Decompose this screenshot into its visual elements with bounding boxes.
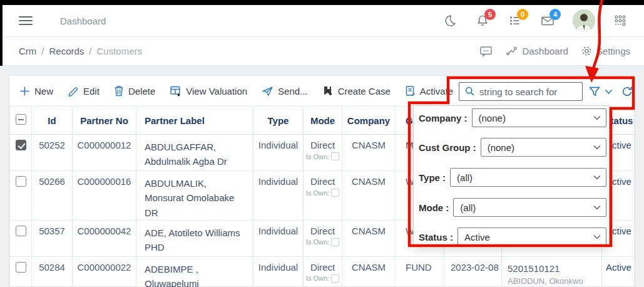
row-checkbox[interactable] — [16, 176, 26, 187]
settings-link-label: Settings — [596, 46, 630, 56]
dashboard-link[interactable]: Dashboard — [506, 46, 568, 57]
edit-button-label: Edit — [83, 86, 100, 97]
feedback-chat-icon[interactable] — [479, 45, 493, 58]
apps-grid-icon[interactable] — [613, 13, 628, 28]
search-icon — [464, 86, 476, 97]
cell-partner-label: ADE, Atotileto Williams PHD — [136, 220, 253, 256]
row-checkbox[interactable] — [16, 226, 26, 236]
filter-chevron-down-icon[interactable] — [605, 89, 613, 95]
col-header-company[interactable]: Company — [342, 107, 396, 135]
dark-mode-moon-icon[interactable] — [442, 13, 457, 28]
row-checkbox[interactable] — [16, 262, 26, 273]
edit-button[interactable]: Edit — [68, 85, 100, 97]
col-header-id[interactable]: Id — [32, 107, 73, 135]
cell-type: Individual — [253, 135, 304, 171]
filter-funnel-icon[interactable] — [588, 85, 601, 98]
breadcrumb-bar: Crm / Records / Customers Dashboard Sett… — [3, 37, 644, 66]
filter-row-company: Company : (none) — [419, 108, 606, 127]
send-button[interactable]: Send... — [262, 86, 308, 97]
cell-company: CNASM — [342, 256, 396, 287]
filter-row-type: Type : (all) — [419, 168, 606, 187]
is-own-checkbox[interactable] — [331, 274, 339, 283]
plus-icon — [19, 86, 30, 97]
mail-badge: 4 — [549, 9, 561, 20]
cell-id: 50357 — [32, 220, 73, 256]
breadcrumb-records[interactable]: Records — [49, 46, 84, 56]
page-title: Dashboard — [60, 16, 106, 26]
create-case-button[interactable]: Create Case — [322, 85, 391, 97]
breadcrumb-separator: / — [89, 46, 91, 56]
cust-group-filter-label: Cust Group : — [419, 142, 476, 153]
cell-account: 5201510121 ABIODUN, Okonkwo Abimbola — [502, 256, 602, 287]
filter-row-mode: Mode : (all) — [419, 198, 606, 217]
cell-type: Individual — [253, 220, 304, 256]
activate-button-label: Activate — [420, 86, 453, 97]
mode-filter-select[interactable]: (all) — [453, 198, 606, 217]
col-header-type[interactable]: Type — [253, 107, 304, 135]
user-avatar[interactable] — [573, 9, 595, 32]
send-icon — [262, 86, 273, 97]
status-filter-select[interactable]: Active — [457, 227, 606, 246]
col-header-partner-label[interactable]: Partner Label — [136, 107, 253, 135]
filter-dropdown-panel: Company : (none) Cust Group : (none) Typ… — [413, 105, 610, 246]
cell-date: 2023-02-08 — [444, 256, 502, 287]
pencil-icon — [68, 85, 79, 97]
is-own-label: Is Own: — [306, 274, 329, 282]
company-filter-select[interactable]: (none) — [472, 108, 606, 127]
select-all-header — [10, 107, 32, 135]
cell-id: 50284 — [32, 256, 73, 287]
bell-badge: 5 — [484, 9, 496, 20]
type-filter-select[interactable]: (all) — [450, 168, 606, 187]
col-header-partner-no[interactable]: Partner No — [73, 107, 136, 135]
breadcrumb-separator: / — [41, 46, 44, 56]
mode-filter-label: Mode : — [419, 202, 449, 213]
table-icon — [170, 85, 181, 97]
row-checkbox[interactable] — [16, 140, 26, 150]
delete-button[interactable]: Delete — [114, 85, 155, 97]
chevron-down-icon — [593, 145, 601, 150]
select-all-checkbox[interactable] — [16, 114, 26, 125]
top-bar: Dashboard 5 0 4 — [3, 5, 644, 37]
cell-partner-label: ABDULGAFFAR, Abdulmalik Agba Dr — [136, 135, 253, 171]
mail-icon[interactable]: 4 — [540, 13, 555, 28]
is-own-checkbox[interactable] — [331, 238, 339, 246]
chevron-down-icon — [593, 175, 601, 180]
settings-link[interactable]: Settings — [581, 45, 630, 57]
filter-row-cust-group: Cust Group : (none) — [419, 138, 606, 157]
tasks-list-icon[interactable]: 0 — [508, 13, 523, 28]
search-box — [459, 82, 583, 101]
search-input[interactable] — [479, 86, 578, 97]
account-number: 5201510121 — [508, 262, 601, 276]
filter-row-status: Status : Active — [419, 227, 606, 246]
cust-group-filter-select[interactable]: (none) — [481, 138, 606, 157]
cell-status: Active — [602, 256, 636, 287]
hamburger-menu-icon[interactable] — [19, 14, 33, 28]
is-own-label: Is Own: — [306, 238, 329, 246]
cell-company: CNASM — [342, 135, 396, 171]
notifications-bell-icon[interactable]: 5 — [475, 13, 490, 28]
dashboard-link-label: Dashboard — [522, 46, 568, 56]
new-button[interactable]: New — [19, 86, 53, 97]
screenshot-left-strip — [0, 0, 3, 66]
status-filter-label: Status : — [419, 232, 453, 243]
breadcrumb-crm[interactable]: Crm — [19, 46, 36, 56]
chevron-down-icon — [593, 205, 601, 210]
is-own-checkbox[interactable] — [331, 189, 339, 197]
search-area — [459, 82, 633, 101]
activate-button[interactable]: Activate — [405, 85, 453, 97]
send-button-label: Send... — [278, 86, 308, 97]
is-own-checkbox[interactable] — [331, 152, 339, 160]
crm-customers-page: Dashboard 5 0 4 — [0, 0, 644, 287]
cell-id: 50252 — [32, 135, 73, 171]
refresh-icon[interactable] — [621, 85, 633, 98]
view-valuation-button[interactable]: View Valuation — [170, 85, 247, 97]
is-own-label: Is Own: — [306, 153, 329, 160]
cell-partner-no: C000000012 — [73, 135, 136, 171]
table-row[interactable]: 50284 C000000022 ADEBIMPE , Oluwapelumi … — [10, 256, 636, 287]
col-header-mode[interactable]: Mode — [304, 107, 342, 135]
new-button-label: New — [34, 86, 53, 97]
chevron-down-icon — [593, 115, 601, 120]
breadcrumb-actions: Dashboard Settings — [479, 45, 630, 58]
delete-button-label: Delete — [128, 86, 155, 97]
cell-type: Individual — [253, 171, 304, 221]
